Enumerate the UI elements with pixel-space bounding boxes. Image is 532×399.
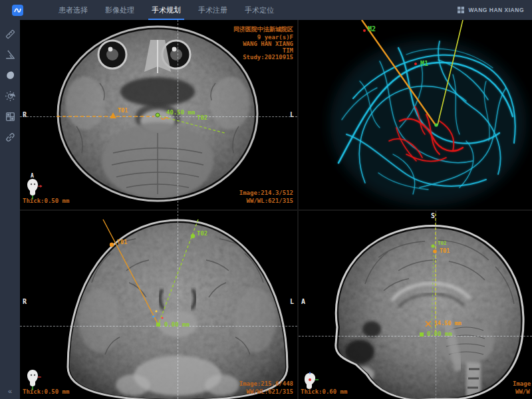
axial-distance-label: 40.50 mm [166, 109, 195, 116]
coronal-thickness: Thick:0.50 mm [23, 388, 69, 395]
m2-label: M2 [368, 25, 376, 33]
user-menu[interactable]: WANG HAN XIANG [457, 6, 525, 14]
patient-name: WANG HAN XIANG [233, 41, 293, 47]
viewport-axial[interactable]: 同济医院中法新城院区 9 year(s)F WANG HAN XIANG TIM… [20, 20, 297, 209]
viewport-coronal[interactable]: R L T01 T02 0.00 mm Thick:0.50 mm Image:… [20, 211, 297, 399]
orientation-figure: A [25, 174, 43, 197]
sagittal-thickness: Thick:0.60 mm [301, 388, 347, 395]
axial-window-level: WW/WL:621/315 [247, 198, 293, 204]
left-toolbar: « [0, 20, 20, 399]
tab-patient-select[interactable]: 患者选择 [50, 0, 96, 20]
vessel-3d-render [299, 20, 532, 209]
measure-ruler-icon[interactable] [3, 27, 17, 41]
patient-info-block: 同济医院中法新城院区 9 year(s)F WANG HAN XIANG TIM… [233, 25, 293, 61]
coronal-t02-label: T02 [197, 230, 207, 237]
axial-t01-label: T01 [118, 107, 128, 114]
viewport-sagittal[interactable]: S A T02 T01 14.50 mm 0.00 mm Thick:0.60 … [299, 211, 532, 399]
tab-surgery-registration[interactable]: 手术注册 [190, 0, 236, 20]
sagittal-t01-label: T01 [440, 247, 450, 254]
link-views-icon[interactable] [3, 130, 17, 144]
coronal-orientation-left: R [23, 298, 27, 305]
layout-grid-icon[interactable] [3, 109, 17, 124]
sagittal-image-index-clipped: Image:1 [513, 380, 532, 387]
viewport-3d-vessels[interactable]: M2 M1 [299, 20, 532, 209]
coronal-crosshair-horizontal[interactable] [20, 326, 297, 327]
top-navigation-bar: 患者选择 影像处理 手术规划 手术注册 手术定位 WANG HAN XIANG [0, 0, 532, 20]
sagittal-entry-distance-label: 14.50 mm [434, 320, 462, 327]
axial-image-index: Image:214.3/512 [239, 190, 293, 196]
angle-measure-icon[interactable] [3, 47, 17, 62]
sagittal-crosshair-vertical[interactable] [436, 211, 436, 399]
coronal-orientation-right: L [290, 298, 294, 305]
orientation-figure [25, 366, 43, 389]
sagittal-crosshair-horizontal[interactable] [299, 336, 532, 336]
trajectory-target-point[interactable] [434, 123, 438, 126]
axial-orientation-right: L [290, 111, 294, 118]
user-name: WANG HAN XIANG [469, 7, 525, 13]
hospital-name: 同济医院中法新城院区 [233, 25, 293, 34]
brightness-contrast-icon[interactable] [3, 88, 17, 103]
axial-orientation-left: R [23, 111, 27, 118]
viewport-grid: 同济医院中法新城院区 9 year(s)F WANG HAN XIANG TIM… [20, 20, 532, 399]
sagittal-orientation-left: A [301, 298, 305, 305]
sagittal-mri-image [299, 211, 532, 399]
collapse-sidebar-button[interactable]: « [8, 387, 12, 395]
nav-tabs: 患者选择 影像处理 手术规划 手术注册 手术定位 [50, 0, 283, 20]
grid-menu-icon [457, 6, 465, 14]
coronal-t01-label: T01 [117, 239, 127, 245]
coronal-window-level: WW/WL:621/315 [247, 388, 293, 395]
tab-surgery-planning[interactable]: 手术规划 [143, 0, 190, 20]
axial-t02-label: T02 [197, 114, 207, 121]
sagittal-orientation-top: S [431, 212, 435, 219]
sagittal-target-distance-label: 0.00 mm [427, 331, 452, 337]
study-date: Study:20210915 [233, 54, 293, 61]
coronal-crosshair-vertical[interactable] [178, 211, 178, 399]
app-logo-icon[interactable] [12, 5, 23, 16]
segment-nodule-icon[interactable] [3, 68, 17, 82]
series-name: TIM [233, 47, 293, 54]
sagittal-window-level-clipped: WW/W [515, 388, 530, 395]
m1-label: M1 [420, 60, 428, 67]
tab-image-processing[interactable]: 影像处理 [96, 0, 143, 20]
coronal-distance-label: 0.00 mm [164, 321, 190, 328]
tab-surgery-positioning[interactable]: 手术定位 [236, 0, 283, 20]
coronal-image-index: Image:215.6/448 [239, 380, 293, 387]
patient-age-sex: 9 year(s)F [233, 34, 293, 41]
axial-thickness: Thick:0.50 mm [23, 198, 69, 204]
sagittal-t02-label: T02 [438, 240, 447, 246]
coronal-mri-image [20, 211, 297, 399]
axial-crosshair-horizontal[interactable] [20, 116, 297, 117]
